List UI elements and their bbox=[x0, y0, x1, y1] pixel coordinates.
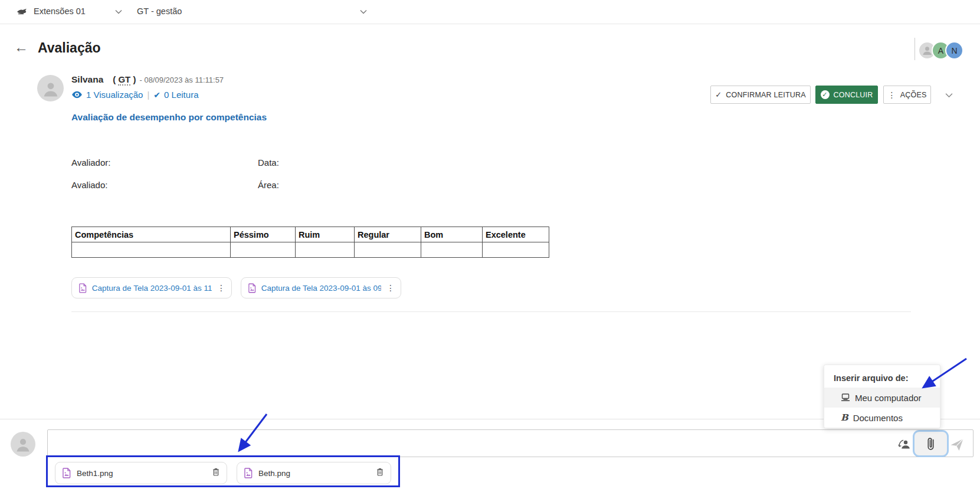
topbar: Extensões 01 GT - gestão bbox=[0, 0, 980, 24]
tag-close: ) bbox=[133, 74, 136, 84]
chevron-down-icon bbox=[945, 93, 953, 98]
attachment-name[interactable]: Captura de Tela 2023-09-01 às 09.22.... bbox=[261, 284, 381, 293]
image-file-icon bbox=[79, 283, 87, 294]
person-icon bbox=[42, 80, 60, 97]
file-insert-menu: Inserir arquivo de: Meu computador B Doc… bbox=[824, 365, 940, 428]
empty-cell bbox=[231, 242, 296, 258]
field-label-area: Área: bbox=[258, 180, 279, 190]
post-author-name: Silvana bbox=[71, 74, 103, 85]
doc-title: Avaliação de desempenho por competências bbox=[71, 112, 267, 123]
chevron-down-icon bbox=[115, 6, 122, 17]
image-file-icon bbox=[248, 283, 256, 294]
post-author-row: Silvana ( GT ) - 08/09/2023 às 11:11:57 bbox=[71, 74, 224, 85]
empty-cell bbox=[355, 242, 421, 258]
empty-cell bbox=[72, 242, 231, 258]
space-label: GT - gestão bbox=[137, 6, 182, 16]
reads-link[interactable]: ✔ 0 Leitura bbox=[153, 90, 198, 100]
delete-file-button[interactable] bbox=[212, 468, 219, 478]
annotation-box: Beth1.png Beth.png bbox=[46, 455, 400, 487]
attachment-menu-button[interactable]: ⋮ bbox=[386, 284, 395, 292]
meta-separator: | bbox=[147, 90, 149, 100]
tag-open: ( bbox=[113, 74, 116, 84]
avatar-initial: A bbox=[938, 46, 943, 55]
file-insert-menu-title: Inserir arquivo de: bbox=[824, 365, 940, 388]
send-button[interactable] bbox=[949, 438, 965, 452]
check-circle-icon: ✓ bbox=[821, 90, 830, 99]
image-file-icon bbox=[244, 468, 253, 478]
check-icon: ✓ bbox=[715, 90, 722, 99]
col-header: Ruim bbox=[296, 227, 355, 242]
post-author-avatar bbox=[37, 75, 64, 101]
eye-icon bbox=[71, 91, 83, 99]
table-empty-row bbox=[72, 242, 549, 258]
attachment-name[interactable]: Captura de Tela 2023-09-01 às 11.26.... bbox=[92, 284, 212, 293]
menu-item-label: Meu computador bbox=[855, 393, 922, 403]
empty-cell bbox=[483, 242, 549, 258]
tag-text: GT bbox=[118, 74, 130, 86]
reads-label: 0 Leitura bbox=[164, 90, 198, 100]
menu-item-label: Documentos bbox=[853, 413, 903, 423]
confirm-read-button[interactable]: ✓ CONFIRMAR LEITURA bbox=[710, 86, 811, 104]
kebab-icon: ⋮ bbox=[888, 91, 896, 99]
competencies-table: Competências Péssimo Ruim Regular Bom Ex… bbox=[71, 227, 549, 258]
col-header: Excelente bbox=[483, 227, 549, 242]
attachment-chip[interactable]: Captura de Tela 2023-09-01 às 09.22.... … bbox=[241, 277, 401, 298]
attachment-chip[interactable]: Captura de Tela 2023-09-01 às 11.26.... … bbox=[71, 277, 232, 298]
person-icon bbox=[15, 436, 31, 452]
avatar-initial: N bbox=[951, 46, 957, 55]
col-header: Bom bbox=[421, 227, 483, 242]
header-divider bbox=[915, 38, 915, 60]
pending-file-name: Beth1.png bbox=[77, 469, 113, 478]
pending-file-name: Beth.png bbox=[258, 469, 290, 478]
image-file-icon bbox=[63, 468, 71, 478]
attachment-menu-button[interactable]: ⋮ bbox=[217, 284, 225, 292]
back-button[interactable]: ← bbox=[14, 40, 28, 54]
table-header-row: Competências Péssimo Ruim Regular Bom Ex… bbox=[72, 227, 549, 242]
page-title: Avaliação bbox=[38, 40, 101, 56]
documents-icon: B bbox=[841, 412, 848, 423]
field-label-data: Data: bbox=[258, 157, 279, 168]
member-avatar-n[interactable]: N bbox=[945, 41, 963, 60]
col-header: Regular bbox=[355, 227, 421, 242]
page: Extensões 01 GT - gestão ← Avaliação A N… bbox=[0, 0, 980, 489]
empty-cell bbox=[296, 242, 355, 258]
workspace-selector[interactable]: Extensões 01 bbox=[34, 6, 122, 17]
composer-avatar bbox=[11, 432, 35, 457]
col-header: Competências bbox=[72, 227, 231, 242]
conclude-label: CONCLUIR bbox=[834, 91, 873, 99]
space-selector[interactable]: GT - gestão bbox=[137, 6, 367, 17]
computer-icon bbox=[841, 393, 850, 402]
post-timestamp: - 08/09/2023 às 11:11:57 bbox=[139, 76, 224, 84]
views-link[interactable]: 1 Visualização bbox=[71, 90, 143, 100]
content-divider bbox=[71, 311, 911, 312]
menu-item-documents[interactable]: B Documentos bbox=[824, 408, 940, 428]
col-header: Péssimo bbox=[231, 227, 296, 242]
delete-file-button[interactable] bbox=[376, 468, 384, 478]
pending-file-chip: Beth1.png bbox=[55, 462, 227, 484]
check-icon: ✔ bbox=[153, 90, 160, 100]
collapse-chevron-button[interactable] bbox=[945, 90, 953, 100]
workspace-label: Extensões 01 bbox=[34, 6, 86, 16]
trash-icon bbox=[212, 468, 219, 476]
mention-icon bbox=[897, 438, 912, 451]
post-meta-row: 1 Visualização | ✔ 0 Leitura bbox=[71, 90, 198, 100]
conclude-button[interactable]: ✓ CONCLUIR bbox=[815, 86, 878, 104]
menu-item-my-computer[interactable]: Meu computador bbox=[824, 388, 940, 408]
chevron-down-icon bbox=[360, 6, 367, 17]
actions-button[interactable]: ⋮ AÇÕES bbox=[883, 86, 931, 104]
trash-icon bbox=[376, 468, 384, 476]
post-author-tag: ( GT ) bbox=[113, 74, 136, 84]
pending-file-chip: Beth.png bbox=[237, 462, 391, 484]
actions-label: AÇÕES bbox=[900, 91, 927, 99]
field-label-avaliado: Avaliado: bbox=[71, 180, 107, 190]
app-logo-icon[interactable] bbox=[17, 8, 28, 18]
field-label-avaliador: Avaliador: bbox=[71, 157, 110, 168]
confirm-read-label: CONFIRMAR LEITURA bbox=[726, 91, 805, 99]
comment-input[interactable] bbox=[47, 429, 974, 457]
empty-cell bbox=[421, 242, 483, 258]
attach-file-button[interactable] bbox=[915, 432, 947, 455]
views-label: 1 Visualização bbox=[86, 90, 143, 100]
mention-button[interactable] bbox=[897, 437, 912, 451]
send-icon bbox=[950, 438, 964, 451]
paperclip-icon bbox=[926, 436, 935, 451]
